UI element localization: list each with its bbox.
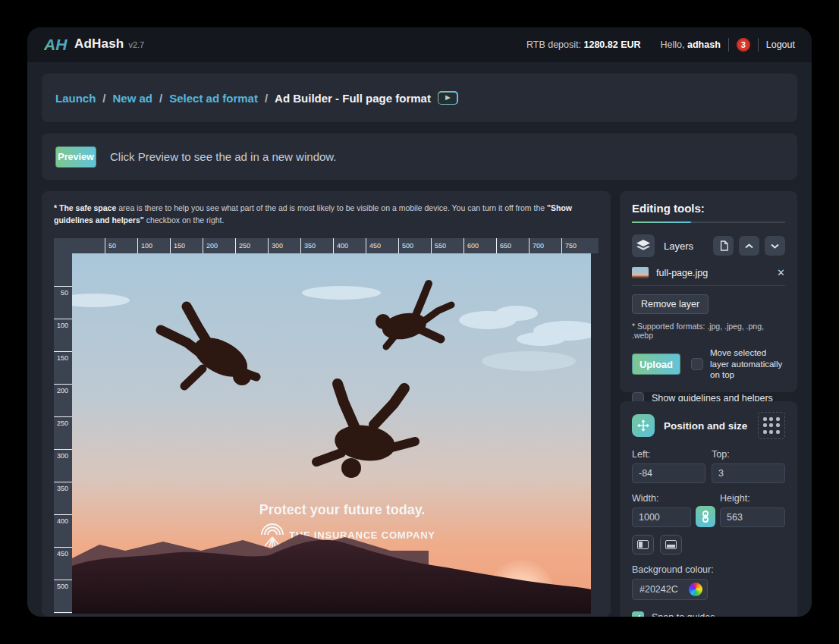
ad-artwork: Protect your future today. THE INSURANCE… (72, 253, 591, 614)
app-logo: AH AdHash v2.7 (44, 36, 144, 53)
layers-label: Layers (664, 240, 708, 252)
app-version: v2.7 (128, 40, 144, 49)
lock-aspect-ratio-button[interactable] (696, 506, 715, 527)
move-layer-up-button[interactable] (739, 236, 759, 256)
breadcrumb-link-select-ad-format[interactable]: Select ad format (169, 92, 258, 105)
logout-link[interactable]: Logout (766, 39, 795, 50)
left-label: Left: (632, 449, 705, 460)
remove-layer-x-icon[interactable]: ✕ (777, 268, 785, 278)
chevron-up-icon (745, 243, 753, 249)
rtb-deposit-value: 1280.82 EUR (583, 39, 640, 50)
ruler-corner (54, 238, 72, 253)
editing-tools-panel: Editing tools: Layers (620, 191, 797, 392)
width-input[interactable] (632, 507, 691, 527)
width-label: Width: (632, 493, 691, 504)
layer-file-name: full-page.jpg (656, 268, 777, 278)
anchor-point-grid[interactable] (758, 412, 785, 439)
ad-layer-canvas[interactable]: Protect your future today. THE INSURANCE… (72, 253, 591, 614)
breadcrumb-separator: / (265, 92, 268, 105)
svg-text:AH: AH (44, 36, 68, 53)
background-colour-value: #20242C (639, 584, 689, 595)
editing-tools-title: Editing tools: (632, 202, 785, 215)
upload-button[interactable]: Upload (632, 353, 680, 375)
ad-headline: Protect your future today. (259, 502, 426, 517)
adhash-logo-icon: AH (44, 36, 70, 53)
layers-icon (636, 240, 650, 252)
vertical-split-icon (637, 540, 649, 549)
preview-hint: Click Preview to see the ad in a new win… (110, 150, 336, 163)
position-size-title: Position and size (664, 420, 758, 432)
remove-layer-button[interactable]: Remove layer (632, 294, 709, 314)
rtb-deposit: RTB deposit: 1280.82 EUR (526, 39, 641, 50)
play-tutorial-button[interactable]: ▶ (438, 91, 458, 105)
layer-list-item[interactable]: full-page.jpg ✕ (632, 267, 785, 286)
layers-button[interactable] (632, 234, 655, 257)
breadcrumb-link-new-ad[interactable]: New ad (113, 92, 153, 105)
duplicate-icon (719, 240, 728, 251)
vertical-ruler[interactable]: 50100150200250300350400450500 (54, 253, 72, 614)
horizontal-ruler[interactable]: 5010015020025030035040045050055060065070… (72, 238, 599, 253)
horizontal-split-icon (665, 540, 677, 549)
app-name: AdHash (74, 36, 124, 52)
snap-to-guides-checkbox[interactable]: ✓ (632, 611, 644, 617)
divider (728, 38, 729, 52)
move-top-checkbox[interactable] (691, 358, 703, 370)
chevron-down-icon (771, 243, 779, 249)
colour-picker-wheel-icon[interactable] (689, 583, 702, 596)
background-colour-input[interactable]: #20242C (632, 579, 708, 600)
accent-underline (632, 221, 785, 223)
app-window: AH AdHash v2.7 RTB deposit: 1280.82 EUR … (27, 27, 812, 617)
breadcrumb-current: Ad Builder - Full page format (275, 92, 431, 105)
breadcrumb-separator: / (159, 92, 162, 105)
layer-thumbnail (632, 267, 649, 278)
background-colour-label: Background colour: (632, 564, 785, 575)
position-size-panel: Position and size Left: Top: (620, 401, 797, 617)
move-top-label: Move selected layer automatically on top (710, 347, 785, 381)
ad-canvas-panel: * The safe space area is there to help y… (42, 191, 611, 617)
top-bar: AH AdHash v2.7 RTB deposit: 1280.82 EUR … (27, 27, 812, 62)
top-label: Top: (712, 449, 785, 460)
notification-badge[interactable]: 3 (737, 38, 750, 52)
play-icon: ▶ (438, 93, 457, 104)
breadcrumb-separator: / (102, 92, 105, 105)
supported-formats-note: * Supported formats: .jpg, .jpeg, .png, … (632, 322, 785, 340)
link-icon (701, 510, 710, 523)
move-layer-down-button[interactable] (765, 236, 785, 256)
preview-bar: Preview Click Preview to see the ad in a… (42, 134, 797, 180)
center-vertically-button[interactable] (660, 535, 682, 554)
safe-space-note: * The safe space area is there to help y… (54, 202, 599, 227)
move-icon (637, 419, 649, 432)
center-horizontally-button[interactable] (632, 535, 654, 554)
position-size-button[interactable] (632, 414, 655, 437)
snap-to-guides-label: Snap to guides (652, 612, 715, 617)
greeting: Hello, adhash (661, 39, 721, 50)
height-label: Height: (720, 493, 785, 504)
left-input[interactable] (632, 463, 705, 483)
username: adhash (687, 39, 721, 50)
breadcrumb-link-launch[interactable]: Launch (55, 92, 96, 105)
preview-button[interactable]: Preview (55, 146, 96, 168)
breadcrumb: Launch / New ad / Select ad format / Ad … (42, 74, 797, 122)
divider (758, 38, 759, 52)
top-input[interactable] (712, 463, 785, 483)
height-input[interactable] (720, 507, 785, 527)
duplicate-layer-button[interactable] (713, 236, 734, 256)
